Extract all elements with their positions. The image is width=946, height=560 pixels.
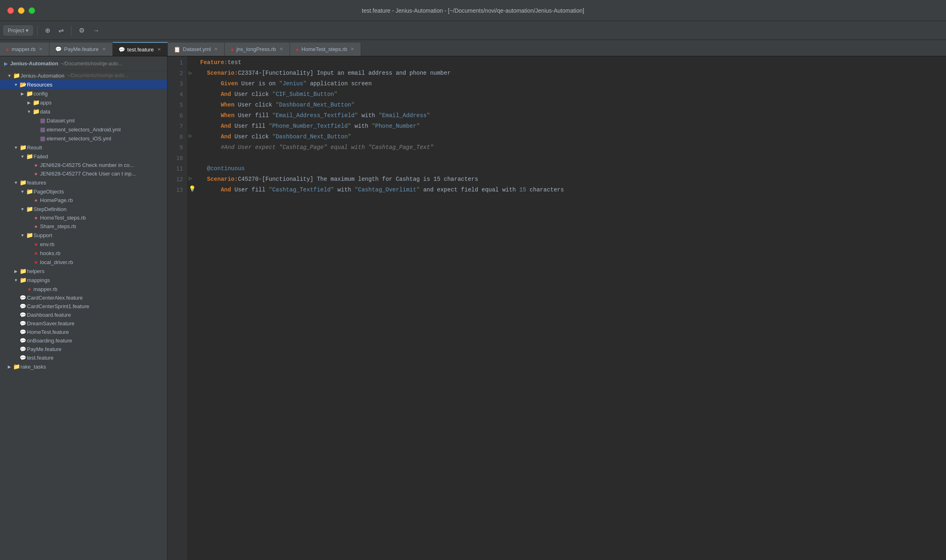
project-header: ▶ Jenius-Automation ~/Documents/novi/qe-… bbox=[0, 56, 167, 71]
sync-icon-button[interactable]: ⇌ bbox=[55, 25, 67, 36]
tree-item-env-rb[interactable]: ▶ ● env.rb bbox=[0, 240, 167, 249]
tree-item-jenius-root[interactable]: ▼ 📁 Jenius-Automation ~/Documents/novi/q… bbox=[0, 71, 167, 80]
stepdefinition-label: StepDefinition bbox=[33, 206, 67, 212]
tree-item-element-android[interactable]: ▶ ▦ element_selectors_Android.yml bbox=[0, 125, 167, 134]
toolbar: Project ▾ ⊕ ⇌ ⚙ → bbox=[0, 21, 946, 40]
sidebar[interactable]: ▶ Jenius-Automation ~/Documents/novi/qe-… bbox=[0, 56, 167, 560]
payme-tab-close[interactable]: ✕ bbox=[101, 46, 107, 53]
dataset-yml-label: Dataset.yml bbox=[47, 118, 75, 124]
tree-item-element-ios[interactable]: ▶ ▦ element_selectors_iOS.yml bbox=[0, 134, 167, 143]
tab-dataset[interactable]: 📋 Dataset.yml ✕ bbox=[168, 42, 225, 56]
hometest-tab-close[interactable]: ✕ bbox=[350, 46, 355, 53]
toolbar-divider-2 bbox=[71, 26, 71, 36]
tree-item-pageobjects[interactable]: ▼ 📁 PageObjects bbox=[0, 187, 167, 196]
data-arrow: ▼ bbox=[26, 109, 32, 114]
stepdefinition-folder-icon: 📁 bbox=[25, 206, 33, 212]
tab-payme[interactable]: 💬 PayMe.feature ✕ bbox=[49, 42, 113, 56]
tree-item-hooks-rb[interactable]: ▶ ● hooks.rb bbox=[0, 249, 167, 258]
tree-item-support[interactable]: ▼ 📁 Support bbox=[0, 231, 167, 240]
tree-item-dataset-yml[interactable]: ▶ ▦ Dataset.yml bbox=[0, 116, 167, 125]
jeni628-c45275-icon: ● bbox=[32, 162, 40, 168]
share-steps-icon: ● bbox=[32, 223, 40, 229]
run-forward-button[interactable]: → bbox=[89, 25, 103, 36]
homepage-rb-icon: ● bbox=[32, 197, 40, 203]
tree-item-result[interactable]: ▼ 📁 Result bbox=[0, 143, 167, 152]
project-button[interactable]: Project ▾ bbox=[3, 25, 33, 36]
run-icon-button[interactable]: ⊕ bbox=[42, 25, 54, 36]
tree-item-failed[interactable]: ▼ 📁 Failed bbox=[0, 152, 167, 161]
jenius-root-label: Jenius-Automation bbox=[20, 73, 65, 79]
project-label: Project bbox=[8, 27, 24, 33]
title-bar: test.feature - Jenius-Automation - [~/Do… bbox=[0, 0, 946, 21]
tree-item-jeni628-c45277[interactable]: ▶ ● JENI628-C45277 Check User can t inp.… bbox=[0, 169, 167, 178]
tree-item-cardcenteralex[interactable]: ▶ 💬 CardCenterAlex.feature bbox=[0, 293, 167, 302]
local-driver-label: local_driver.rb bbox=[40, 259, 73, 265]
dataset-tab-close[interactable]: ✕ bbox=[213, 46, 219, 53]
tree-item-jeni628-c45275[interactable]: ▶ ● JENI628-C45275 Check number in co... bbox=[0, 161, 167, 169]
jeni628-c45275-label: JENI628-C45275 Check number in co... bbox=[40, 162, 134, 168]
tree-item-mapper-rb[interactable]: ▶ ● mapper.rb bbox=[0, 284, 167, 293]
minimize-button[interactable] bbox=[18, 7, 25, 14]
failed-folder-icon: 📁 bbox=[25, 153, 33, 160]
tree-item-helpers[interactable]: ▶ 📁 helpers bbox=[0, 267, 167, 276]
hometest-tab-label: HomeTest_steps.rb bbox=[301, 46, 347, 52]
tree-item-apps[interactable]: ▶ 📁 apps bbox=[0, 98, 167, 107]
payme-feature-label: PayMe.feature bbox=[27, 346, 62, 352]
pageobjects-arrow: ▼ bbox=[20, 189, 25, 194]
tree-item-dreamsaver[interactable]: ▶ 💬 DreamSaver.feature bbox=[0, 319, 167, 328]
tab-hometest[interactable]: ● HomeTest_steps.rb ✕ bbox=[290, 42, 361, 56]
dreamsaver-label: DreamSaver.feature bbox=[27, 320, 74, 327]
apps-folder-icon: 📁 bbox=[32, 99, 40, 106]
payme-feature-icon: 💬 bbox=[19, 346, 27, 352]
tree-item-hometest-feature[interactable]: ▶ 💬 HomeTest.feature bbox=[0, 328, 167, 336]
editor-gutter: ▷ ▷ ▷ 💡 bbox=[187, 56, 197, 560]
share-steps-label: Share_steps.rb bbox=[40, 223, 76, 229]
tab-jns[interactable]: ● jns_longPress.rb ✕ bbox=[225, 42, 290, 56]
tree-item-local-driver[interactable]: ▶ ● local_driver.rb bbox=[0, 258, 167, 267]
tree-item-hometest-steps[interactable]: ▶ ● HomeTest_steps.rb bbox=[0, 213, 167, 222]
support-arrow: ▼ bbox=[20, 233, 25, 238]
settings-icon-button[interactable]: ⚙ bbox=[76, 25, 88, 36]
code-line-6: When User fill "Email_Address_Textfield"… bbox=[200, 110, 946, 121]
mapper-tab-close[interactable]: ✕ bbox=[38, 46, 43, 53]
main-layout: ▶ Jenius-Automation ~/Documents/novi/qe-… bbox=[0, 56, 946, 560]
cardcenteralex-label: CardCenterAlex.feature bbox=[27, 295, 83, 301]
test-tab-close[interactable]: ✕ bbox=[156, 46, 162, 53]
code-line-5: When User click "Dashboard_Next_Button" bbox=[200, 100, 946, 110]
element-ios-label: element_selectors_iOS.yml bbox=[47, 136, 111, 142]
element-android-icon: ▦ bbox=[38, 126, 47, 133]
element-ios-icon: ▦ bbox=[38, 135, 47, 142]
code-line-8: And User click "Dashboard_Next_Button" bbox=[200, 131, 946, 142]
tree: ▼ 📁 Jenius-Automation ~/Documents/novi/q… bbox=[0, 71, 167, 371]
close-button[interactable] bbox=[7, 7, 14, 14]
tree-item-cardcentersprint1[interactable]: ▶ 💬 CardCenterSprint1.feature bbox=[0, 302, 167, 311]
payme-tab-label: PayMe.feature bbox=[64, 46, 99, 52]
tree-item-homepage-rb[interactable]: ▶ ● HomePage.rb bbox=[0, 196, 167, 204]
apps-arrow: ▶ bbox=[26, 100, 32, 105]
tree-item-rake-tasks[interactable]: ▶ 📁 rake_tasks bbox=[0, 362, 167, 371]
tree-item-test-feature[interactable]: ▶ 💬 test.feature bbox=[0, 353, 167, 362]
tree-item-dashboard-feature[interactable]: ▶ 💬 Dashboard.feature bbox=[0, 311, 167, 319]
support-folder-icon: 📁 bbox=[25, 232, 33, 238]
tab-test-feature[interactable]: 💬 test.feature ✕ bbox=[113, 42, 168, 56]
tree-item-stepdefinition[interactable]: ▼ 📁 StepDefinition bbox=[0, 204, 167, 213]
tree-item-share-steps[interactable]: ▶ ● Share_steps.rb bbox=[0, 222, 167, 231]
fullscreen-button[interactable] bbox=[29, 7, 35, 14]
tab-mapper[interactable]: ● mapper.rb ✕ bbox=[0, 42, 49, 56]
jns-tab-close[interactable]: ✕ bbox=[279, 46, 284, 53]
tree-item-payme-feature[interactable]: ▶ 💬 PayMe.feature bbox=[0, 345, 167, 353]
mapper-rb-label: mapper.rb bbox=[33, 286, 58, 292]
traffic-lights bbox=[0, 7, 42, 14]
editor-area[interactable]: 1 2 3 4 5 6 7 8 9 10 11 12 13 ▷ ▷ bbox=[167, 56, 946, 560]
code-editor[interactable]: Feature:test Scenario:C23374-[Functional… bbox=[197, 56, 946, 560]
config-arrow: ▶ bbox=[20, 91, 25, 96]
tree-item-onboarding[interactable]: ▶ 💬 onBoarding.feature bbox=[0, 336, 167, 345]
tree-item-data[interactable]: ▼ 📁 data bbox=[0, 107, 167, 116]
tree-item-features[interactable]: ▼ 📁 features bbox=[0, 178, 167, 187]
window-title: test.feature - Jenius-Automation - [~/Do… bbox=[362, 7, 584, 14]
resources-label: Resources bbox=[27, 82, 52, 88]
tree-item-resources[interactable]: ▼ 📂 Resources bbox=[0, 80, 167, 89]
tree-item-config[interactable]: ▶ 📁 config bbox=[0, 89, 167, 98]
editor-content[interactable]: 1 2 3 4 5 6 7 8 9 10 11 12 13 ▷ ▷ bbox=[167, 56, 946, 560]
tree-item-mappings[interactable]: ▼ 📁 mappings bbox=[0, 276, 167, 284]
